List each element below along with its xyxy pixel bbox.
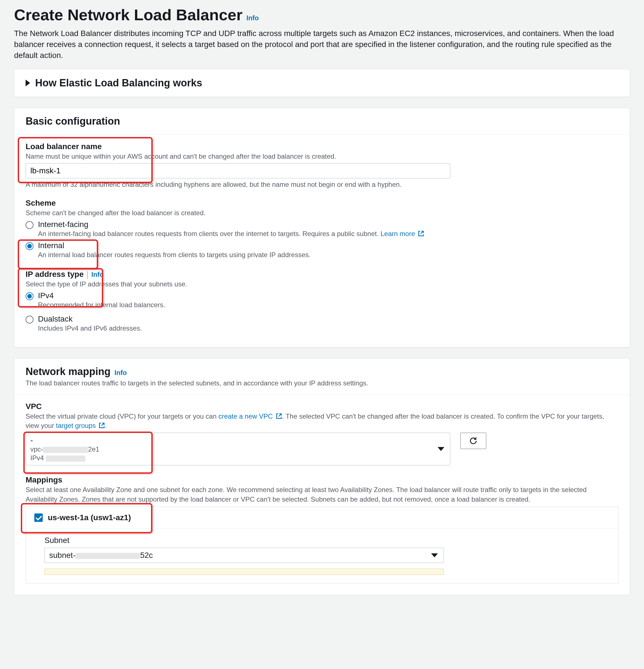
- scheme-learn-more-link[interactable]: Learn more: [381, 230, 415, 238]
- mapping-az-box: us-west-1a (usw1-az1) Subnet subnet-52c: [26, 507, 618, 583]
- chevron-right-icon: [26, 80, 30, 86]
- ip-dualstack-label: Dualstack: [38, 314, 142, 324]
- name-label: Load balancer name: [26, 142, 618, 151]
- external-link-icon: [276, 412, 282, 418]
- ip-ipv4-label: IPv4: [38, 291, 165, 300]
- scheme-hint: Scheme can't be changed after the load b…: [26, 208, 618, 218]
- name-hint: Name must be unique within your AWS acco…: [26, 152, 618, 161]
- page-description: The Network Load Balancer distributes in…: [14, 28, 630, 61]
- vpc-selected-id: vpc-2e1: [30, 445, 437, 454]
- scheme-internet-facing-label: Internet-facing: [38, 220, 424, 229]
- subnet-selected: subnet-52c: [49, 551, 430, 560]
- network-mapping-panel: Network mapping Info The load balancer r…: [14, 358, 630, 595]
- mapping-az-header[interactable]: us-west-1a (usw1-az1): [26, 507, 618, 529]
- ip-info-link[interactable]: Info: [91, 271, 104, 279]
- network-mapping-desc: The load balancer routes traffic to targ…: [26, 379, 618, 387]
- mappings-label: Mappings: [26, 475, 618, 484]
- ip-option-ipv4[interactable]: IPv4 Recommended for internal load balan…: [26, 291, 618, 310]
- scheme-internal-desc: An internal load balancer routes request…: [38, 250, 311, 260]
- scheme-option-internal[interactable]: Internal An internal load balancer route…: [26, 241, 618, 260]
- subnet-select[interactable]: subnet-52c: [44, 548, 444, 563]
- basic-config-heading: Basic configuration: [26, 115, 120, 127]
- ip-ipv4-desc: Recommended for internal load balancers.: [38, 300, 165, 310]
- radio-icon: [26, 316, 33, 324]
- redacted: [43, 447, 88, 453]
- page-title: Create Network Load Balancer: [14, 5, 242, 24]
- ip-option-dualstack[interactable]: Dualstack Includes IPv4 and IPv6 address…: [26, 314, 618, 333]
- basic-config-panel: Basic configuration Load balancer name N…: [14, 108, 630, 347]
- create-vpc-link[interactable]: create a new VPC: [218, 412, 273, 420]
- radio-icon: [26, 221, 33, 229]
- name-input[interactable]: [26, 163, 450, 179]
- chevron-down-icon: [431, 553, 438, 557]
- vpc-hint: Select the virtual private cloud (VPC) f…: [26, 412, 618, 430]
- redacted: [75, 553, 140, 559]
- checkbox-checked-icon: [34, 513, 43, 522]
- how-elb-works-panel: How Elastic Load Balancing works: [14, 69, 630, 97]
- external-link-icon: [99, 422, 105, 428]
- how-elb-works-toggle[interactable]: How Elastic Load Balancing works: [14, 69, 630, 97]
- refresh-icon: [469, 437, 477, 445]
- vpc-selected-ipv4: IPv4: [30, 454, 437, 462]
- radio-icon: [26, 242, 33, 250]
- vpc-selected-line1: -: [30, 436, 437, 445]
- scheme-internet-facing-desc: An internet-facing load balancer routes …: [38, 229, 424, 239]
- vpc-select[interactable]: - vpc-2e1 IPv4: [26, 433, 450, 465]
- name-constraint: A maximum of 32 alphanumeric characters …: [26, 181, 618, 188]
- how-elb-works-title: How Elastic Load Balancing works: [35, 77, 202, 89]
- chevron-down-icon: [438, 447, 444, 451]
- ip-dualstack-desc: Includes IPv4 and IPv6 addresses.: [38, 324, 142, 333]
- warning-banner: [44, 569, 444, 575]
- vpc-label: VPC: [26, 402, 618, 411]
- ip-label: IP address type: [26, 270, 84, 279]
- network-mapping-heading: Network mapping: [26, 366, 111, 378]
- vpc-refresh-button[interactable]: [460, 433, 486, 449]
- ip-hint: Select the type of IP addresses that you…: [26, 279, 618, 289]
- mapping-az-label: us-west-1a (usw1-az1): [48, 513, 131, 522]
- network-mapping-info-link[interactable]: Info: [114, 369, 127, 377]
- subnet-label: Subnet: [44, 536, 607, 545]
- external-link-icon: [418, 230, 424, 236]
- scheme-label: Scheme: [26, 199, 618, 208]
- page-info-link[interactable]: Info: [246, 14, 259, 22]
- scheme-option-internet-facing[interactable]: Internet-facing An internet-facing load …: [26, 220, 618, 239]
- scheme-internal-label: Internal: [38, 241, 311, 250]
- target-groups-link[interactable]: target groups: [56, 422, 96, 429]
- mappings-hint: Select at least one Availability Zone an…: [26, 485, 618, 504]
- redacted: [46, 455, 85, 462]
- radio-icon: [26, 292, 33, 300]
